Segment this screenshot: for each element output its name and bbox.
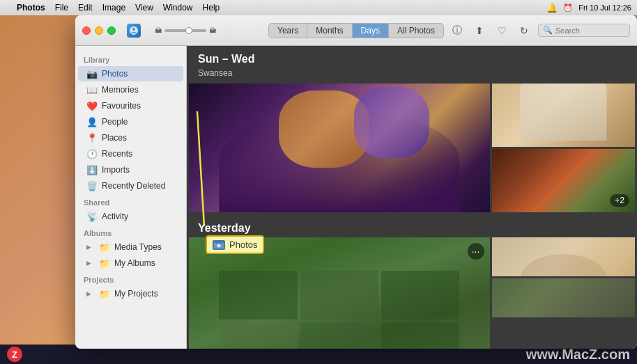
app-window: 🏔 🏔 Years Months Days All Photos ⓘ ⬆ ♡ ↻… — [75, 15, 637, 349]
years-button[interactable]: Years — [269, 24, 307, 38]
folder-icon-3: 📁 — [99, 288, 110, 299]
sidebar-label-media-types: Media Types — [114, 242, 162, 252]
sidebar-item-activity[interactable]: 📡 Activity — [78, 209, 183, 224]
sidebar-label-places: Places — [102, 133, 127, 143]
menu-window[interactable]: Window — [163, 3, 193, 13]
info-button[interactable]: ⓘ — [449, 22, 466, 39]
projects-header: Projects — [75, 271, 186, 285]
date-group-1: Sun – Wed Swansea — [187, 46, 637, 212]
sidebar-label-imports: Imports — [102, 165, 130, 175]
fullscreen-button[interactable] — [107, 26, 116, 35]
menu-image[interactable]: Image — [102, 3, 125, 13]
more-badge[interactable]: +2 — [610, 194, 629, 207]
sidebar-item-places[interactable]: 📍 Places — [78, 130, 183, 145]
share-button[interactable]: ⬆ — [471, 22, 488, 39]
memories-icon: 📖 — [86, 84, 98, 95]
menu-bar: Photos File Edit Image View Window Help … — [0, 0, 637, 15]
photo-cell-1[interactable] — [189, 84, 490, 212]
imports-icon: ⬇️ — [86, 164, 98, 175]
time-navigation: Years Months Days All Photos — [268, 23, 444, 38]
location-label-1: Swansea — [187, 68, 637, 84]
favourites-icon: ❤️ — [86, 100, 98, 111]
toolbar: 🏔 🏔 Years Months Days All Photos ⓘ ⬆ ♡ ↻… — [75, 15, 637, 46]
search-box: 🔍 — [538, 24, 630, 37]
sidebar-item-photos[interactable]: 📷 Photos — [78, 66, 183, 81]
tooltip-photos-icon — [213, 240, 225, 250]
time-nav-group: Years Months Days All Photos — [268, 23, 444, 38]
sidebar-label-favourites: Favourites — [102, 101, 141, 111]
all-photos-button[interactable]: All Photos — [389, 24, 443, 38]
clock-icon: ⏰ — [563, 3, 573, 13]
sidebar-item-media-types[interactable]: ▶ 📁 Media Types — [78, 239, 183, 255]
svg-rect-4 — [216, 242, 222, 244]
toolbar-right: ⓘ ⬆ ♡ ↻ 🔍 — [449, 22, 630, 39]
search-icon: 🔍 — [543, 26, 553, 35]
app-icon — [127, 24, 141, 38]
sidebar-label-recently-deleted: Recently Deleted — [102, 181, 165, 191]
heart-button[interactable]: ♡ — [493, 22, 510, 39]
sidebar-item-recently-deleted[interactable]: 🗑️ Recently Deleted — [78, 178, 183, 193]
folder-icon-2: 📁 — [99, 258, 110, 269]
sidebar-label-memories: Memories — [102, 85, 139, 95]
date-label-1: Sun – Wed — [187, 46, 637, 68]
trash-icon: 🗑️ — [86, 180, 98, 191]
people-icon: 👤 — [86, 116, 98, 127]
menu-help[interactable]: Help — [203, 3, 220, 13]
days-button[interactable]: Days — [353, 24, 389, 38]
date-group-2: Yesterday — [187, 215, 637, 317]
menu-bar-right: 🔔 ⏰ Fri 10 Jul 12:26 — [546, 3, 631, 13]
sidebar: Library 📷 Photos 📖 Memories ❤️ Favourite… — [75, 46, 187, 349]
photo-cell-6[interactable] — [492, 278, 635, 317]
close-button[interactable] — [82, 26, 91, 35]
photos-icon: 📷 — [86, 68, 98, 79]
svg-point-5 — [217, 244, 221, 247]
sidebar-label-activity: Activity — [102, 212, 128, 221]
photo-grid-1: +2 — [187, 84, 637, 212]
sidebar-item-recents[interactable]: 🕐 Recents — [78, 146, 183, 161]
photos-tooltip: Photos — [206, 235, 264, 254]
menu-bar-items: Photos File Edit Image View Window Help — [17, 3, 220, 13]
svg-point-1 — [132, 28, 135, 31]
zoom-slider[interactable]: 🏔 🏔 — [155, 26, 216, 34]
photo-area: Sun – Wed Swansea — [187, 46, 637, 349]
sidebar-item-my-albums[interactable]: ▶ 📁 My Albums — [78, 255, 183, 271]
sidebar-label-people: People — [102, 117, 128, 127]
photo-cell-4[interactable]: ··· — [189, 237, 490, 349]
menu-edit[interactable]: Edit — [78, 3, 93, 13]
sidebar-label-photos: Photos — [102, 69, 128, 79]
menu-view[interactable]: View — [135, 3, 153, 13]
sidebar-item-imports[interactable]: ⬇️ Imports — [78, 162, 183, 177]
sidebar-label-my-projects: My Projects — [114, 289, 158, 299]
albums-header: Albums — [75, 225, 186, 239]
menu-photos[interactable]: Photos — [17, 3, 45, 13]
main-content: Library 📷 Photos 📖 Memories ❤️ Favourite… — [75, 46, 637, 349]
traffic-lights — [82, 26, 116, 35]
library-header: Library — [75, 52, 186, 65]
months-button[interactable]: Months — [307, 24, 352, 38]
disclosure-icon-3: ▶ — [86, 290, 93, 297]
menu-file[interactable]: File — [55, 3, 68, 13]
sidebar-item-favourites[interactable]: ❤️ Favourites — [78, 98, 183, 113]
sidebar-item-people[interactable]: 👤 People — [78, 114, 183, 129]
macz-logo-z: Z — [7, 347, 22, 362]
search-input[interactable] — [555, 26, 625, 35]
shared-header: Shared — [75, 194, 186, 208]
tooltip-label: Photos — [229, 239, 257, 250]
more-options-button[interactable]: ··· — [468, 243, 484, 260]
activity-icon: 📡 — [86, 211, 98, 222]
notification-icon[interactable]: 🔔 — [546, 3, 558, 13]
sidebar-item-my-projects[interactable]: ▶ 📁 My Projects — [78, 286, 183, 301]
rotate-button[interactable]: ↻ — [516, 22, 532, 39]
date-label-2: Yesterday — [187, 215, 637, 237]
disclosure-icon: ▶ — [86, 244, 93, 251]
photo-cell-3[interactable]: +2 — [492, 149, 635, 212]
disclosure-icon-2: ▶ — [86, 260, 93, 267]
photo-cell-2[interactable] — [492, 84, 635, 147]
minimize-button[interactable] — [95, 26, 103, 35]
menubar-time: Fri 10 Jul 12:26 — [578, 3, 631, 12]
places-icon: 📍 — [86, 132, 98, 143]
sidebar-label-recents: Recents — [102, 149, 132, 159]
recents-icon: 🕐 — [86, 148, 98, 159]
sidebar-item-memories[interactable]: 📖 Memories — [78, 82, 183, 97]
photo-cell-5[interactable] — [492, 237, 635, 276]
